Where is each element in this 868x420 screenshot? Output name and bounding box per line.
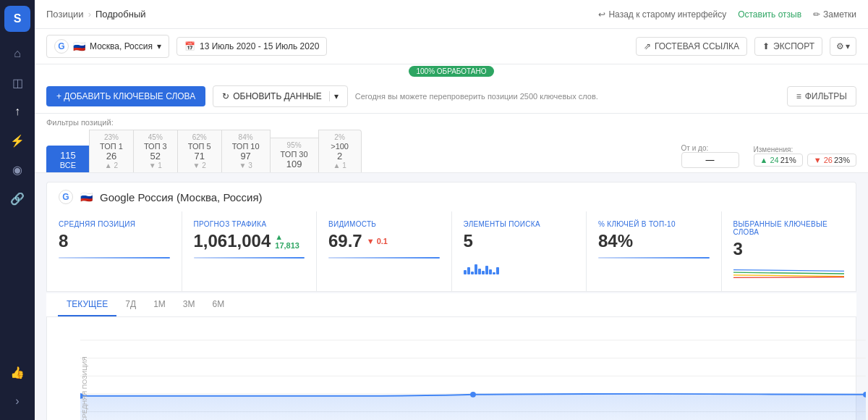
filter-changes-top10: ▼ 3 (239, 161, 252, 169)
tab-7d[interactable]: 7Д (116, 293, 145, 316)
filter-changes-top1: ▲ 2 (105, 161, 118, 169)
sidebar-item-positions[interactable]: ↑ (4, 98, 30, 125)
filter-tabs: 115 ВСЕ 23% ТОП 1 26 ▲ 2 45% ТОП 3 52 ▼ … (46, 130, 361, 172)
filter-tab-all[interactable]: 115 ВСЕ (46, 146, 90, 172)
progress-bar-row: 100% ОБРАБОТАНО (35, 64, 868, 80)
sidebar-item-likes[interactable]: 👍 (4, 359, 30, 385)
metric-label-4: % КЛЮЧЕЙ В ТОП-10 (598, 220, 710, 228)
metric-value-0: 8 (59, 231, 170, 251)
filter-count-top1: 26 (106, 151, 116, 161)
metric-label-2: ВИДИМОСТЬ (328, 220, 440, 228)
metric-traffic: ПРОГНОЗ ТРАФИКА 1,061,004 ▲ 17,813 (182, 211, 318, 291)
filter-pct-top10: 84% (239, 133, 253, 141)
filter-tab-top5[interactable]: 62% ТОП 5 71 ▼ 2 (177, 130, 222, 172)
filter-changes-top5: ▼ 2 (193, 161, 206, 169)
sidebar-item-analytics[interactable]: ◫ (4, 70, 30, 96)
sidebar: S ⌂ ◫ ↑ ⚡ ◉ 🔗 👍 › (0, 0, 35, 420)
tab-6m[interactable]: 6М (204, 293, 234, 316)
filter-tab-over100[interactable]: 2% >100 2 ▲ 1 (318, 130, 362, 172)
main-content: Позиции › Подробный ↩ Назад к старому ин… (35, 0, 868, 420)
metric-search-elements: ЭЛЕМЕНТЫ ПОИСКА 5 (452, 211, 587, 291)
breadcrumb-current: Подробный (95, 9, 146, 20)
metric-value-3: 5 (464, 231, 575, 251)
change-up-badge[interactable]: ▲ 24 21% (754, 154, 803, 167)
filter-tab-top3[interactable]: 45% ТОП 3 52 ▼ 1 (133, 130, 178, 172)
sidebar-item-audit[interactable]: ◉ (4, 156, 30, 182)
filters-label: Фильтры позиций: (46, 118, 856, 127)
changes-values: ▲ 24 21% ▼ 26 23% (754, 154, 856, 167)
notes-link[interactable]: ✏ Заметки (813, 9, 856, 20)
filter-label-top10: ТОП 10 (232, 142, 260, 151)
from-to-input[interactable] (681, 152, 739, 168)
tab-3m[interactable]: 3М (174, 293, 204, 316)
metric-value-1: 1,061,004 ▲ 17,813 (194, 231, 305, 251)
metrics-row: СРЕДНЯЯ ПОЗИЦИЯ 8 ПРОГНОЗ ТРАФИКА 1,061,… (46, 211, 856, 292)
changes-section: Изменения: ▲ 24 21% ▼ 26 23% (754, 146, 856, 167)
filter-label-top1: ТОП 1 (100, 142, 123, 151)
metric-label-1: ПРОГНОЗ ТРАФИКА (194, 220, 305, 228)
share-icon: ⇗ (644, 41, 651, 51)
filter-changes-over100: ▲ 1 (333, 161, 346, 169)
info-text: Сегодня вы можете перепроверить позиции … (355, 92, 780, 101)
filter-count-over100: 2 (337, 151, 342, 161)
google-icon: G (54, 39, 69, 54)
metric-visibility: ВИДИМОСТЬ 69.7 ▼ 0.1 (317, 211, 452, 291)
russia-flag: 🇷🇺 (73, 41, 85, 52)
breadcrumb-separator: › (88, 9, 91, 20)
svg-line-2 (733, 275, 845, 277)
progress-badge: 100% ОБРАБОТАНО (409, 66, 493, 77)
filter-pct-top30: 95% (287, 141, 302, 149)
toolbar-right: ⇗ ГОСТЕВАЯ ССЫЛКА ⬆ ЭКСПОРТ ⚙ ▾ (636, 37, 856, 56)
filter-tab-top30[interactable]: 95% ТОП 30 109 (270, 138, 319, 172)
filter-pct-top5: 62% (192, 133, 207, 141)
share-link-button[interactable]: ⇗ ГОСТЕВАЯ ССЫЛКА (636, 37, 747, 56)
update-dropdown-arrow[interactable]: ▾ (329, 91, 339, 101)
section-flag: 🇷🇺 (80, 191, 93, 203)
export-button[interactable]: ⬆ ЭКСПОРТ (754, 37, 822, 56)
actions-row: + ДОБАВИТЬ КЛЮЧЕВЫЕ СЛОВА ↻ ОБНОВИТЬ ДАН… (35, 80, 868, 114)
filters-top-row: 115 ВСЕ 23% ТОП 1 26 ▲ 2 45% ТОП 3 52 ▼ … (46, 130, 856, 172)
sidebar-item-expand[interactable]: › (4, 388, 30, 414)
date-range-picker[interactable]: 📅 13 Июль 2020 - 15 Июль 2020 (176, 37, 327, 56)
svg-line-3 (733, 277, 845, 278)
svg-point-17 (470, 392, 476, 398)
settings-arrow: ▾ (846, 41, 850, 51)
filter-pct-top1: 23% (104, 133, 119, 141)
sidebar-item-home[interactable]: ⌂ (4, 41, 30, 67)
filter-tab-top10[interactable]: 84% ТОП 10 97 ▼ 3 (221, 130, 271, 172)
filter-count-top3: 52 (150, 151, 161, 161)
settings-button[interactable]: ⚙ ▾ (830, 37, 856, 56)
filter-label-over100: >100 (331, 142, 349, 151)
filter-label-all: ВСЕ (60, 161, 76, 169)
from-to-section: От и до: (681, 144, 739, 168)
sidebar-item-pulse[interactable]: ⚡ (4, 127, 30, 154)
filters-button[interactable]: ≡ ФИЛЬТРЫ (787, 86, 856, 106)
breadcrumb: Позиции › Подробный (46, 9, 146, 20)
tab-1m[interactable]: 1М (145, 293, 174, 316)
change-down-badge[interactable]: ▼ 26 23% (807, 154, 856, 167)
sidebar-item-links[interactable]: 🔗 (4, 185, 30, 211)
breadcrumb-root[interactable]: Позиции (46, 9, 84, 20)
filter-icon: ≡ (796, 91, 801, 101)
back-to-old-interface-link[interactable]: ↩ Назад к старому интерфейсу (598, 9, 726, 20)
metric-label-0: СРЕДНЯЯ ПОЗИЦИЯ (59, 220, 170, 228)
tab-current[interactable]: ТЕКУЩЕЕ (58, 293, 116, 316)
filter-count-all: 115 (60, 150, 76, 161)
chart-y-label: СРЕДНЯЯ ПОЗИЦИЯ (81, 356, 88, 420)
filter-changes-top3: ▼ 1 (149, 161, 162, 169)
update-data-button[interactable]: ↻ ОБНОВИТЬ ДАННЫЕ ▾ (213, 85, 347, 107)
add-keywords-button[interactable]: + ДОБАВИТЬ КЛЮЧЕВЫЕ СЛОВА (46, 86, 205, 106)
change-down-value: ▼ 26 (814, 156, 833, 164)
metric-value-5: 3 (733, 239, 845, 259)
filter-count-top5: 71 (194, 151, 204, 161)
filter-pct-over100: 2% (334, 133, 344, 141)
sidebar-logo[interactable]: S (4, 6, 30, 32)
change-up-pct: 21% (780, 156, 796, 164)
location-label: Москва, Россия (90, 41, 153, 51)
svg-line-0 (733, 270, 845, 272)
filter-tab-top1[interactable]: 23% ТОП 1 26 ▲ 2 (89, 130, 134, 172)
chart-tabs-row: ТЕКУЩЕЕ 7Д 1М 3М 6М (46, 293, 856, 317)
leave-feedback-link[interactable]: Оставить отзыв (738, 9, 801, 20)
location-select[interactable]: G 🇷🇺 Москва, Россия ▾ (46, 35, 169, 58)
chart-area: СРЕДНЯЯ ПОЗИЦИЯ 1 2 5 7 10 13 (46, 317, 856, 420)
